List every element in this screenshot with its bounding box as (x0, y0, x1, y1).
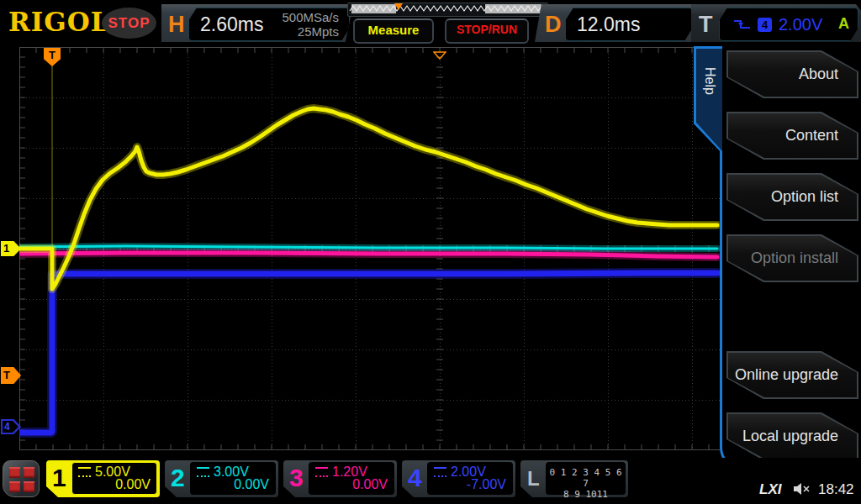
lxi-logo: LXI (759, 481, 781, 498)
dc-coupling-icon (197, 467, 209, 477)
menu-item-option-install[interactable]: Option install (726, 234, 858, 282)
ch4-trace-fuzz (19, 273, 717, 433)
strip-trigger-marker-icon (394, 3, 403, 10)
trigger-group[interactable]: T 4 2.00V A (691, 4, 861, 42)
menu-item-label: Option install (728, 236, 857, 281)
strip-waveform (348, 3, 546, 14)
menu-item-online-upgrade[interactable]: Online upgrade (726, 351, 858, 399)
channel-values: 5.00V0.00V (71, 462, 157, 495)
channel-offset: 0.00V (234, 477, 269, 492)
delay-group[interactable]: D 12.0ms (535, 4, 700, 42)
horizontal-box[interactable]: 2.60ms 500MSa/s 25Mpts (188, 8, 350, 41)
menu-item-label: Content (728, 113, 857, 158)
channel-values: 3.00V0.00V (190, 462, 276, 495)
menu-item-local-upgrade[interactable]: Local upgrade (726, 412, 858, 460)
red-grid-icon (24, 481, 34, 492)
center-trigger-triangle-icon (433, 48, 446, 63)
logic-digits-row1: 0 1 2 3 4 5 6 7 (549, 467, 621, 489)
channel-menu-button[interactable] (3, 460, 40, 497)
run-state-badge: STOP (102, 8, 156, 39)
help-tab-label: Help (702, 67, 717, 95)
timebase-scale: 2.60ms (200, 13, 263, 36)
measure-button[interactable]: Measure (353, 18, 434, 44)
trigger-box[interactable]: 4 2.00V A (719, 8, 858, 41)
channel-box-4[interactable]: 42.00V-7.00V (402, 460, 515, 497)
sample-rate: 500MSa/s (282, 10, 339, 24)
menu-item-option-list[interactable]: Option list (726, 173, 858, 221)
logic-digits: 0 1 2 3 4 5 6 7 8 9 1011 12131415 (546, 462, 626, 495)
stop-run-button[interactable]: STOP/RUN (445, 18, 529, 44)
trigger-mode: A (838, 15, 849, 33)
trigger-falling-edge-icon (733, 18, 751, 31)
red-grid-icon (24, 467, 34, 478)
logic-label: L (527, 467, 540, 491)
delay-label: D (545, 12, 562, 38)
delay-value: 12.0ms (577, 13, 640, 36)
menu-item-label: Local upgrade (728, 414, 857, 459)
logic-channels-box[interactable]: L 0 1 2 3 4 5 6 7 8 9 1011 12131415 (520, 460, 628, 497)
channel-offset: 0.00V (352, 477, 388, 492)
logic-digits-row2: 8 9 1011 12131415 (563, 489, 608, 504)
red-grid-icon (9, 467, 20, 478)
channel-offset: -7.00V (467, 477, 506, 492)
channel-box-1[interactable]: 15.00V0.00V (46, 460, 160, 497)
trigger-source-badge: 4 (758, 18, 772, 32)
menu-item-label: Option list (728, 175, 857, 219)
menu-item-label: Online upgrade (728, 353, 857, 397)
trigger-label: T (699, 12, 713, 38)
menu-item-label: About (728, 52, 857, 97)
help-menu-panel: AboutContentOption listOption installOnl… (720, 46, 861, 470)
menu-item-about[interactable]: About (726, 50, 858, 98)
red-grid-icon (9, 481, 20, 492)
memory-depth: 25Mpts (298, 24, 339, 39)
speaker-mute-icon (794, 482, 811, 499)
rigol-logo: RIGOL (8, 7, 110, 37)
memory-position-strip[interactable] (347, 3, 548, 17)
channel-values: 1.20V0.00V (309, 462, 394, 495)
trigger-level-value: 2.00V (779, 15, 822, 34)
dc-coupling-icon (78, 467, 91, 477)
menu-item-content[interactable]: Content (726, 112, 858, 160)
channel-box-3[interactable]: 31.20V0.00V (283, 460, 397, 497)
bottom-status-bar: 15.00V0.00V23.00V0.00V31.20V0.00V42.00V-… (0, 458, 861, 504)
trigger-level-marker[interactable]: T (1, 367, 21, 384)
delay-box[interactable]: 12.0ms (565, 8, 693, 41)
ch4-trace (19, 273, 717, 433)
horizontal-group[interactable]: H 2.60ms 500MSa/s 25Mpts (161, 4, 353, 42)
clock: 18:42 (818, 481, 854, 498)
channel-number: 1 (52, 464, 66, 492)
dc-coupling-icon (434, 467, 446, 477)
channel-values: 2.00V-7.00V (427, 462, 513, 495)
channel-offset: 0.00V (115, 477, 151, 492)
horizontal-label: H (168, 12, 185, 38)
ch1-level-marker[interactable]: 1 (1, 241, 21, 256)
channel-number: 2 (171, 464, 185, 492)
top-status-bar: RIGOL STOP H 2.60ms 500MSa/s 25Mpts Meas… (0, 0, 861, 46)
ch4-level-marker[interactable]: 4 (1, 419, 21, 434)
dc-coupling-icon (315, 467, 328, 477)
acquisition-info: 500MSa/s 25Mpts (282, 10, 339, 39)
channel-box-2[interactable]: 23.00V0.00V (165, 460, 278, 497)
channel-number: 4 (408, 464, 422, 492)
oscilloscope-screen: 1 T 4 T RIGOL STOP H 2.60ms 500MSa/s 25M… (0, 0, 861, 504)
channel-number: 3 (289, 464, 304, 492)
ch4-level-marker-label: 4 (3, 421, 18, 433)
